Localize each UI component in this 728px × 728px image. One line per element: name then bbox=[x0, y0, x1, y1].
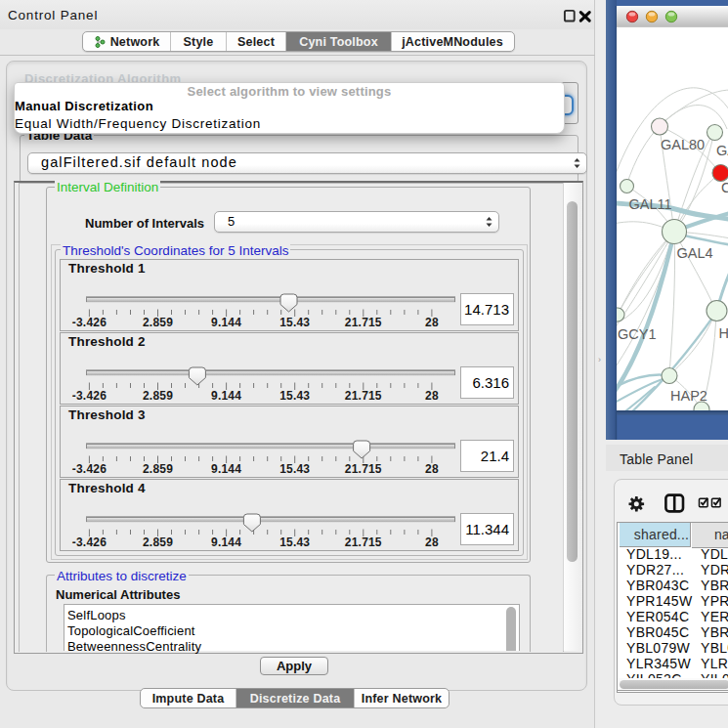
svg-text:28: 28 bbox=[425, 316, 439, 329]
svg-text:CY: CY bbox=[721, 180, 728, 195]
svg-text:21.715: 21.715 bbox=[345, 389, 382, 403]
svg-text:15.43: 15.43 bbox=[279, 389, 310, 403]
svg-text:9.144: 9.144 bbox=[211, 389, 241, 403]
svg-text:21.715: 21.715 bbox=[345, 535, 382, 549]
svg-text:2.859: 2.859 bbox=[143, 535, 173, 549]
svg-text:GAL4: GAL4 bbox=[677, 245, 713, 261]
svg-text:GAL11: GAL11 bbox=[629, 196, 672, 212]
svg-text:9.144: 9.144 bbox=[211, 462, 241, 476]
svg-text:28: 28 bbox=[425, 462, 439, 476]
svg-text:GA: GA bbox=[716, 143, 728, 158]
svg-text:2.859: 2.859 bbox=[143, 462, 173, 476]
svg-text:15.43: 15.43 bbox=[279, 535, 310, 549]
svg-text:-3.426: -3.426 bbox=[72, 535, 107, 549]
svg-text:GAL80: GAL80 bbox=[661, 137, 705, 152]
svg-text:HAP2: HAP2 bbox=[670, 388, 707, 404]
svg-text:-3.426: -3.426 bbox=[72, 389, 107, 403]
svg-text:28: 28 bbox=[425, 389, 439, 403]
svg-text:-3.426: -3.426 bbox=[72, 316, 107, 329]
svg-text:GCY1: GCY1 bbox=[618, 326, 657, 342]
svg-text:15.43: 15.43 bbox=[279, 462, 310, 476]
svg-text:21.715: 21.715 bbox=[345, 316, 382, 329]
svg-text:H: H bbox=[719, 325, 728, 341]
svg-text:9.144: 9.144 bbox=[211, 316, 241, 329]
svg-text:2.859: 2.859 bbox=[143, 389, 173, 403]
svg-text:21.715: 21.715 bbox=[345, 462, 382, 476]
svg-text:-3.426: -3.426 bbox=[72, 462, 107, 476]
svg-text:9.144: 9.144 bbox=[211, 535, 241, 549]
svg-text:2.859: 2.859 bbox=[143, 316, 173, 329]
svg-text:15.43: 15.43 bbox=[279, 316, 310, 329]
svg-text:28: 28 bbox=[425, 535, 439, 549]
